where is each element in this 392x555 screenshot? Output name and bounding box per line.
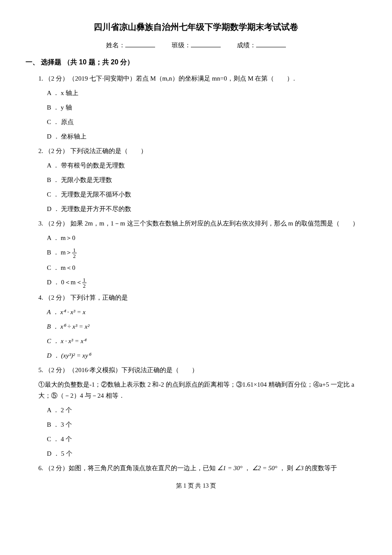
- score-label: 成绩：: [237, 41, 256, 49]
- q6-stem-pre: 6. （2 分）如图，将三角尺的直角顶点放在直尺的一边上，已知: [38, 465, 216, 471]
- q6-stem: 6. （2 分）如图，将三角尺的直角顶点放在直尺的一边上，已知 ∠1 = 30°…: [38, 462, 366, 474]
- q1-opt-a: A ． x 轴上: [47, 87, 366, 98]
- q2-opt-c: C ． 无理数是无限不循环小数: [47, 189, 366, 200]
- q2-stem: 2. （2 分） 下列说法正确的是（ ）: [38, 145, 366, 156]
- q5-opt-a: A ． 2 个: [47, 405, 366, 416]
- q5-stem: 5. （2 分）（2016·孝义模拟）下列说法正确的是（ ）: [38, 364, 366, 376]
- q6-sep1: ，: [244, 465, 252, 471]
- score-blank: [256, 47, 286, 47]
- q5-opt-c: C ． 4 个: [47, 434, 366, 445]
- q2-opt-d: D ． 无理数是开方开不尽的数: [47, 203, 366, 214]
- q1-opt-d: D ． 坐标轴上: [47, 131, 366, 142]
- angle-1: ∠1 = 30°: [217, 465, 242, 471]
- q4-opt-b: B ． x⁶ ÷ x³ = x²: [47, 321, 366, 332]
- section-heading: 一、 选择题 （共 10 题；共 20 分）: [26, 58, 366, 67]
- q4-opt-d: D ． (xy³)² = xy⁶: [47, 350, 366, 361]
- q4-opt-a: A ． x⁴ · x³ = x: [47, 306, 366, 318]
- name-blank: [125, 47, 155, 47]
- angle-2: ∠2 = 50°: [252, 465, 277, 471]
- q3-opt-b-text: B ． m＞: [47, 249, 72, 256]
- q3-stem: 3. （2 分） 如果 2m，m，1－m 这三个实数在数轴上所对应的点从左到右依…: [38, 218, 366, 229]
- q3-opt-b: B ． m＞12: [47, 247, 366, 259]
- q3-opt-d: D ． 0＜m＜12: [47, 277, 366, 289]
- q4-opt-c: C ． x · x³ = x⁴: [47, 335, 366, 347]
- class-label: 班级：: [172, 41, 191, 49]
- q3-opt-a: A ． m＞0: [47, 232, 366, 243]
- page-footer: 第 1 页 共 13 页: [26, 482, 366, 490]
- q5-opt-b: B ． 3 个: [47, 419, 366, 430]
- fraction-half-icon: 12: [72, 247, 77, 259]
- q3-opt-d-text: D ． 0＜m＜: [47, 279, 82, 286]
- q1-opt-b: B ． y 轴: [47, 102, 366, 113]
- q3-opt-c: C ． m＜0: [47, 262, 366, 273]
- page-title: 四川省凉山彝族自治州七年级下学期数学期末考试试卷: [26, 21, 366, 33]
- q2-opt-a: A ． 带有根号的数是无理数: [47, 160, 366, 171]
- q2-opt-b: B ． 无限小数是无理数: [47, 174, 366, 185]
- q6-sep2: ， 则: [279, 465, 294, 471]
- q5-opt-d: D ． 5 个: [47, 448, 366, 459]
- name-label: 姓名：: [106, 41, 125, 49]
- angle-3: ∠3: [295, 465, 304, 471]
- q1-opt-c: C ． 原点: [47, 116, 366, 127]
- q6-stem-post: 的度数等于: [305, 465, 337, 471]
- class-blank: [191, 47, 221, 47]
- q4-stem: 4. （2 分） 下列计算，正确的是: [38, 292, 366, 303]
- fraction-half-icon: 12: [82, 277, 87, 289]
- q1-stem: 1. （2 分）（2019 七下·同安期中）若点 M（m,n）的坐标满足 mn=…: [38, 73, 366, 84]
- q5-sub: ①最大的负整数是-1；②数轴上表示数 2 和-2 的点到原点的距离相等；③1.6…: [38, 379, 366, 401]
- meta-row: 姓名： 班级： 成绩：: [26, 41, 366, 49]
